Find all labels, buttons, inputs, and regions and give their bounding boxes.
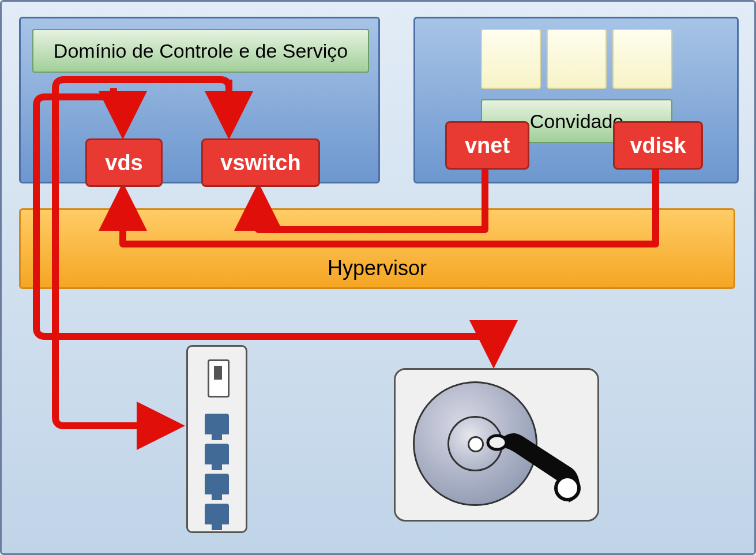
control-domain-title: Domínio de Controle e de Serviço — [32, 29, 369, 73]
vdisk-component: vdisk — [613, 121, 703, 170]
hard-disk-icon — [394, 368, 599, 522]
guest-tile — [612, 29, 672, 89]
ethernet-port-icon — [205, 504, 229, 524]
hypervisor-layer: Hypervisor — [19, 208, 735, 289]
guest-tile — [547, 29, 607, 89]
nic-bracket — [208, 359, 230, 397]
guest-tile — [481, 29, 541, 89]
disk-actuator-arm — [482, 404, 583, 508]
svg-point-0 — [556, 477, 579, 500]
network-card-icon — [186, 345, 247, 533]
diagram-canvas: Domínio de Controle e de Serviço Convida… — [0, 0, 756, 555]
svg-point-1 — [488, 436, 506, 449]
vnet-component: vnet — [445, 121, 529, 170]
control-domain-panel: Domínio de Controle e de Serviço — [19, 17, 380, 183]
ethernet-port-icon — [205, 414, 229, 434]
ethernet-port-icon — [205, 444, 229, 464]
vswitch-component: vswitch — [201, 138, 320, 187]
disk-spindle — [468, 436, 484, 452]
vds-component: vds — [85, 138, 163, 187]
ethernet-port-icon — [205, 474, 229, 494]
